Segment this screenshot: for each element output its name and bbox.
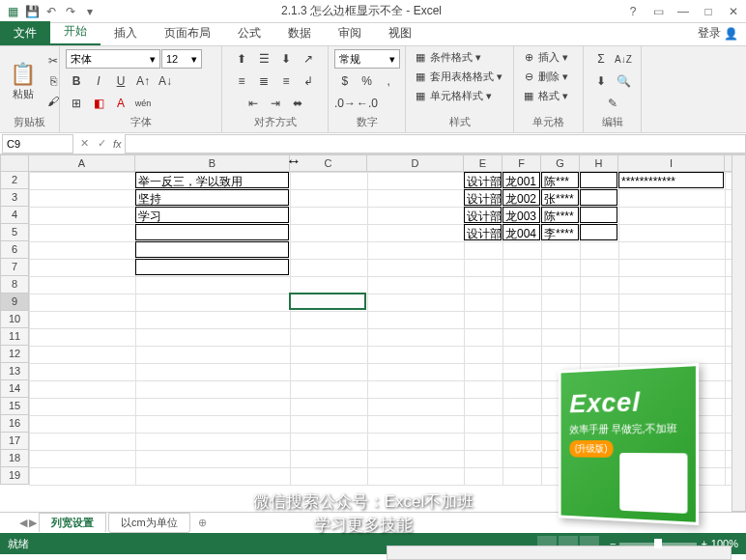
fill-color-button[interactable]: ◧	[88, 94, 109, 113]
sheet-tab-1[interactable]: 以cm为单位	[108, 513, 190, 533]
cell-B6[interactable]	[135, 241, 289, 258]
cell-B4[interactable]: 学习	[135, 207, 289, 223]
tab-home[interactable]: 开始	[50, 19, 100, 45]
autosum-icon[interactable]: Σ	[590, 49, 612, 69]
paste-button[interactable]: 📋 粘贴	[6, 60, 40, 103]
save-icon[interactable]: 💾	[23, 3, 41, 20]
row-header-3[interactable]: 3	[0, 189, 29, 207]
cell-styles-button[interactable]: ▦单元格样式 ▾	[412, 88, 507, 104]
font-size-combo[interactable]: 12▾	[161, 49, 202, 69]
row-header-7[interactable]: 7	[0, 259, 29, 276]
new-sheet-button[interactable]: ⊕	[192, 517, 213, 529]
cell-F2[interactable]: 龙001	[502, 172, 540, 188]
tab-view[interactable]: 视图	[375, 21, 425, 45]
row-header-10[interactable]: 10	[0, 311, 29, 328]
row-header-11[interactable]: 11	[0, 328, 29, 346]
minimize-icon[interactable]: —	[674, 5, 692, 18]
vertical-scrollbar[interactable]	[732, 154, 746, 512]
col-header-I[interactable]: I	[618, 154, 725, 172]
format-cells-button[interactable]: ▦格式 ▾	[520, 88, 577, 104]
cell-B3[interactable]: 坚持	[135, 189, 289, 206]
conditional-format-button[interactable]: ▦条件格式 ▾	[412, 49, 507, 66]
col-header-B[interactable]: B	[135, 154, 290, 172]
sort-icon[interactable]: A↓Z	[613, 49, 634, 69]
decrease-decimal-icon[interactable]: ←.0	[357, 94, 378, 113]
row-header-18[interactable]: 18	[0, 450, 29, 467]
bold-button[interactable]: B	[66, 71, 87, 91]
row-header-17[interactable]: 17	[0, 433, 29, 450]
increase-indent-icon[interactable]: ⇥	[265, 94, 286, 113]
cell-B7[interactable]	[135, 259, 289, 275]
merge-button[interactable]: ⬌	[287, 94, 308, 113]
cell-H3[interactable]	[580, 189, 617, 206]
row-header-16[interactable]: 16	[0, 415, 29, 433]
col-header-G[interactable]: G	[541, 154, 580, 172]
redo-icon[interactable]: ↷	[62, 3, 79, 20]
cell-H5[interactable]	[580, 224, 617, 240]
find-icon[interactable]: 🔍	[613, 71, 634, 91]
align-bottom-icon[interactable]: ⬇	[275, 49, 297, 69]
orientation-icon[interactable]: ↗	[298, 49, 319, 69]
font-name-combo[interactable]: 宋体▾	[66, 49, 160, 69]
horizontal-scrollbar[interactable]	[387, 546, 732, 560]
fx-icon[interactable]: fx	[110, 138, 125, 150]
font-color-button[interactable]: A	[110, 94, 131, 113]
align-right-icon[interactable]: ≡	[275, 71, 297, 91]
col-header-A[interactable]: A	[29, 154, 135, 172]
tab-data[interactable]: 数据	[274, 21, 325, 45]
cell-F3[interactable]: 龙002	[502, 189, 540, 206]
close-icon[interactable]: ✕	[725, 5, 742, 18]
file-tab[interactable]: 文件	[0, 21, 50, 45]
cancel-formula-icon[interactable]: ✕	[75, 134, 93, 154]
maximize-icon[interactable]: □	[700, 5, 717, 18]
name-box[interactable]: C9	[2, 134, 73, 154]
cell-H4[interactable]	[580, 207, 617, 223]
number-format-combo[interactable]: 常规▾	[334, 49, 400, 69]
row-header-2[interactable]: 2	[0, 172, 29, 189]
select-all-corner[interactable]	[0, 154, 29, 172]
cell-G3[interactable]: 张****	[541, 189, 579, 206]
row-header-4[interactable]: 4	[0, 207, 29, 224]
tab-formula[interactable]: 公式	[224, 21, 274, 45]
cell-G4[interactable]: 陈****	[541, 207, 579, 223]
row-header-13[interactable]: 13	[0, 363, 29, 380]
col-header-C[interactable]: C	[290, 154, 367, 172]
row-header-15[interactable]: 15	[0, 398, 29, 415]
delete-cells-button[interactable]: ⊖删除 ▾	[520, 69, 577, 85]
align-middle-icon[interactable]: ☰	[253, 49, 274, 69]
col-header-E[interactable]: E	[464, 154, 502, 172]
phonetic-button[interactable]: wén	[132, 94, 154, 113]
percent-icon[interactable]: %	[357, 71, 378, 91]
cell-B2[interactable]: 举一反三，学以致用	[135, 172, 289, 188]
align-top-icon[interactable]: ⬆	[231, 49, 252, 69]
row-header-12[interactable]: 12	[0, 346, 29, 363]
col-header-D[interactable]: D	[367, 154, 464, 172]
border-button[interactable]: ⊞	[66, 94, 87, 113]
excel-icon[interactable]: ▦	[4, 3, 21, 20]
cell-B5[interactable]	[135, 224, 289, 240]
currency-icon[interactable]: $	[334, 71, 356, 91]
undo-icon[interactable]: ↶	[43, 3, 60, 20]
cell-G2[interactable]: 陈***	[541, 172, 579, 188]
cell-G5[interactable]: 李****	[541, 224, 579, 240]
cell-E3[interactable]: 设计部	[464, 189, 502, 206]
underline-button[interactable]: U	[110, 71, 131, 91]
cell-E4[interactable]: 设计部	[464, 207, 502, 223]
italic-button[interactable]: I	[88, 71, 109, 91]
insert-cells-button[interactable]: ⊕插入 ▾	[520, 49, 577, 66]
clear-icon[interactable]: ✎	[602, 94, 623, 113]
wrap-text-icon[interactable]: ↲	[298, 71, 319, 91]
sheet-nav-next-icon[interactable]: ▶	[29, 517, 37, 529]
row-header-19[interactable]: 19	[0, 467, 29, 485]
align-center-icon[interactable]: ≣	[253, 71, 274, 91]
sheet-nav-prev-icon[interactable]: ◀	[19, 517, 27, 529]
sheet-tab-0[interactable]: 列宽设置	[39, 513, 106, 533]
row-header-14[interactable]: 14	[0, 380, 29, 398]
row-header-5[interactable]: 5	[0, 224, 29, 241]
ribbon-collapse-icon[interactable]: ▭	[649, 5, 667, 18]
decrease-indent-icon[interactable]: ⇤	[243, 94, 264, 113]
tab-layout[interactable]: 页面布局	[151, 21, 224, 45]
enter-formula-icon[interactable]: ✓	[93, 134, 110, 154]
row-header-8[interactable]: 8	[0, 276, 29, 294]
increase-font-icon[interactable]: A↑	[132, 71, 154, 91]
